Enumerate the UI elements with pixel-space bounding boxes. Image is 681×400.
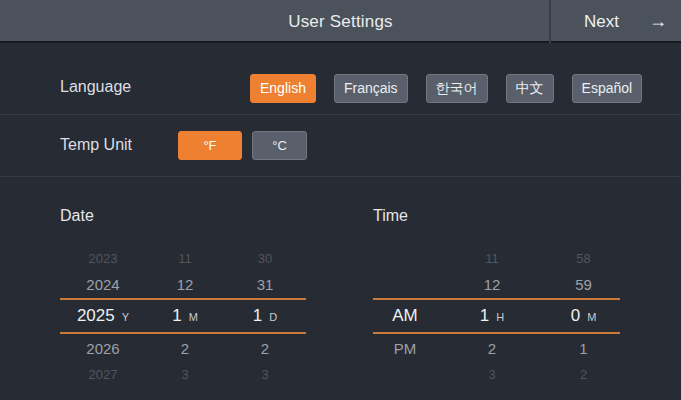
date-day-cell[interactable]: 2 — [224, 340, 306, 357]
arrow-right-icon: → — [649, 11, 667, 32]
time-hour-cell[interactable]: 1H — [437, 306, 547, 326]
time-hour-value: 11 — [485, 251, 499, 266]
date-day-unit-label: D — [269, 311, 277, 323]
date-day-value: 30 — [258, 251, 272, 266]
date-month-value: 2 — [181, 340, 189, 357]
time-row[interactable]: 1158 — [373, 246, 620, 270]
language-option-english[interactable]: English — [250, 74, 316, 103]
date-year-cell[interactable]: 2025Y — [60, 306, 146, 326]
time-row[interactable]: PM21 — [373, 334, 620, 362]
time-hour-unit-label: H — [496, 311, 504, 323]
date-row[interactable]: 202733 — [60, 362, 306, 386]
language-option-espanol[interactable]: Español — [572, 74, 643, 103]
time-hour-value: 2 — [488, 340, 496, 357]
date-month-cell[interactable]: 3 — [146, 367, 224, 382]
date-year-value: 2023 — [89, 251, 118, 266]
date-month-cell[interactable]: 12 — [146, 276, 224, 293]
date-day-value: 1 — [253, 306, 262, 326]
time-minute-value: 0 — [571, 306, 580, 326]
date-year-unit-label: Y — [122, 311, 129, 323]
time-row[interactable]: 1259 — [373, 270, 620, 298]
date-row-selected[interactable]: 2025Y1M1D — [60, 298, 306, 334]
date-year-cell[interactable]: 2026 — [60, 340, 146, 357]
date-day-value: 3 — [261, 367, 268, 382]
temp-unit-option-celsius[interactable]: °C — [252, 131, 307, 160]
time-minute-value: 1 — [579, 340, 587, 357]
language-label: Language — [60, 78, 131, 96]
date-month-value: 12 — [177, 276, 194, 293]
next-button-label: Next — [584, 12, 619, 32]
time-minute-value: 59 — [575, 276, 592, 293]
time-minute-cell[interactable]: 59 — [547, 276, 620, 293]
date-row[interactable]: 202622 — [60, 334, 306, 362]
date-year-value: 2026 — [86, 340, 119, 357]
time-minute-cell[interactable]: 2 — [547, 367, 620, 382]
time-minute-unit-label: M — [587, 311, 596, 323]
time-minute-cell[interactable]: 1 — [547, 340, 620, 357]
date-picker-wheel[interactable]: 20231130202412312025Y1M1D202622202733 — [60, 246, 306, 386]
row-divider — [0, 114, 681, 115]
time-meridiem-value: PM — [394, 340, 417, 357]
date-month-value: 11 — [178, 251, 192, 266]
date-year-value: 2027 — [89, 367, 118, 382]
time-minute-cell[interactable]: 0M — [547, 306, 620, 326]
time-hour-cell[interactable]: 12 — [437, 276, 547, 293]
date-day-value: 31 — [257, 276, 274, 293]
date-day-cell[interactable]: 30 — [224, 251, 306, 266]
time-hour-cell[interactable]: 11 — [437, 251, 547, 266]
date-row[interactable]: 20241231 — [60, 270, 306, 298]
date-month-cell[interactable]: 11 — [146, 251, 224, 266]
user-settings-screen: User Settings Next → Language EnglishFra… — [0, 0, 681, 400]
time-minute-value: 2 — [580, 367, 587, 382]
time-hour-value: 3 — [488, 367, 495, 382]
date-month-cell[interactable]: 1M — [146, 306, 224, 326]
temp-unit-option-fahrenheit[interactable]: °F — [178, 131, 242, 160]
next-button[interactable]: Next → — [549, 0, 681, 43]
header: User Settings Next → — [0, 0, 681, 43]
language-button-group: EnglishFrançais한국어中文Español — [250, 74, 642, 103]
time-hour-cell[interactable]: 2 — [437, 340, 547, 357]
time-section-title: Time — [373, 207, 408, 225]
time-row[interactable]: 32 — [373, 362, 620, 386]
date-row[interactable]: 20231130 — [60, 246, 306, 270]
date-month-value: 3 — [181, 367, 188, 382]
date-year-cell[interactable]: 2027 — [60, 367, 146, 382]
date-month-cell[interactable]: 2 — [146, 340, 224, 357]
time-minute-cell[interactable]: 58 — [547, 251, 620, 266]
date-section-title: Date — [60, 207, 94, 225]
date-day-cell[interactable]: 1D — [224, 306, 306, 326]
temp-unit-button-group: °F°C — [178, 131, 307, 160]
date-day-value: 2 — [261, 340, 269, 357]
date-year-value: 2025 — [77, 306, 115, 326]
time-minute-value: 58 — [576, 251, 590, 266]
date-year-value: 2024 — [86, 276, 119, 293]
section-divider — [0, 176, 681, 177]
date-month-unit-label: M — [189, 311, 198, 323]
date-day-cell[interactable]: 3 — [224, 367, 306, 382]
language-option-korean[interactable]: 한국어 — [426, 74, 488, 103]
date-day-cell[interactable]: 31 — [224, 276, 306, 293]
date-year-cell[interactable]: 2024 — [60, 276, 146, 293]
time-row-selected[interactable]: AM1H0M — [373, 298, 620, 334]
time-meridiem-cell[interactable]: PM — [373, 340, 437, 357]
time-meridiem-value: AM — [392, 306, 418, 326]
time-hour-value: 1 — [480, 306, 489, 326]
language-option-francais[interactable]: Français — [334, 74, 408, 103]
temp-unit-label: Temp Unit — [60, 136, 132, 154]
time-hour-value: 12 — [484, 276, 501, 293]
date-year-cell[interactable]: 2023 — [60, 251, 146, 266]
time-picker-wheel[interactable]: 11581259AM1H0MPM2132 — [373, 246, 620, 386]
time-meridiem-cell[interactable]: AM — [373, 306, 437, 326]
time-hour-cell[interactable]: 3 — [437, 367, 547, 382]
language-option-chinese[interactable]: 中文 — [506, 74, 554, 103]
date-month-value: 1 — [172, 306, 181, 326]
